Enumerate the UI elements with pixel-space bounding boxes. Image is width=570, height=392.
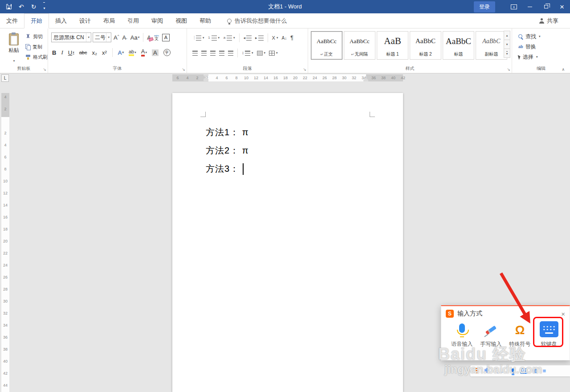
numbering-button[interactable]: 1: [207, 33, 221, 43]
format-painter-icon: [25, 54, 31, 60]
paste-clipboard-icon: [9, 33, 19, 45]
document-text[interactable]: 方法1： π 方法2： π 方法3：: [206, 123, 248, 178]
text-effects-button[interactable]: A: [117, 48, 125, 57]
cut-button[interactable]: 剪切: [25, 32, 43, 41]
style-title[interactable]: AaBbC 标题: [443, 31, 474, 60]
grow-font-button[interactable]: A^: [113, 32, 120, 42]
tab-insert[interactable]: 插入: [49, 13, 73, 28]
shading-button[interactable]: [256, 48, 267, 58]
font-size-combo[interactable]: 二号: [93, 32, 111, 42]
style-normal[interactable]: AaBbCc ↵正文: [311, 31, 342, 60]
shrink-font-button[interactable]: Aˇ: [121, 32, 128, 42]
clipboard-dialog-launcher[interactable]: [43, 68, 46, 72]
tab-references[interactable]: 引用: [121, 13, 145, 28]
character-border-button[interactable]: A: [161, 32, 171, 42]
ime-close-icon[interactable]: [561, 311, 565, 317]
save-icon[interactable]: [6, 4, 12, 9]
bullets-button[interactable]: ⋮: [191, 33, 205, 43]
menu-icon[interactable]: [543, 368, 546, 374]
borders-icon: [269, 51, 275, 56]
find-button[interactable]: 查找: [518, 32, 541, 41]
numbered-list-icon: [212, 36, 217, 40]
align-right-button[interactable]: [209, 48, 216, 58]
font-name-combo[interactable]: 思源黑体 CN: [51, 32, 91, 42]
font-name-dropdown-icon[interactable]: [86, 33, 91, 42]
style-heading-2[interactable]: AaBbC 标题 2: [410, 31, 441, 60]
bold-button[interactable]: B: [51, 48, 57, 57]
minimize-button[interactable]: [522, 0, 538, 13]
change-case-button[interactable]: Aa: [130, 32, 140, 42]
italic-button[interactable]: I: [60, 48, 64, 57]
ribbon-display-options-button[interactable]: [506, 0, 522, 13]
phonetic-guide-button[interactable]: wén 文: [153, 32, 160, 42]
select-button[interactable]: 选择: [518, 53, 538, 61]
tab-file[interactable]: 文件: [0, 13, 24, 28]
titlebar-right: 登录: [474, 0, 570, 13]
show-hide-marks-button[interactable]: ¶: [289, 33, 294, 43]
sort-button[interactable]: A↓: [281, 33, 288, 43]
paragraph-row-1: ⋮ 1 a ◂ ▸ X A↓ ¶: [191, 33, 294, 43]
encl-characters-button[interactable]: 字: [163, 48, 171, 57]
increase-indent-button[interactable]: ▸: [254, 33, 265, 43]
ribbon-tab-row: 文件 开始 插入 设计 布局 引用 审阅 视图 帮助 告诉我你想要做什么 共享: [0, 13, 570, 28]
sign-in-button[interactable]: 登录: [474, 1, 495, 12]
tab-stop-selector[interactable]: L: [1, 74, 9, 82]
styles-scroll-down-button[interactable]: [504, 40, 510, 49]
font-color-button[interactable]: A: [140, 48, 148, 57]
close-button[interactable]: [554, 0, 570, 13]
collapse-ribbon-icon[interactable]: [562, 67, 565, 72]
paste-dropdown-icon[interactable]: [13, 56, 15, 64]
paste-button[interactable]: 粘贴: [4, 32, 24, 69]
distribute-button[interactable]: [227, 48, 234, 58]
divider: [239, 33, 240, 42]
justify-button[interactable]: [218, 48, 225, 58]
strikethrough-button[interactable]: abc: [78, 48, 88, 57]
styles-more-button[interactable]: [504, 48, 510, 58]
subscript-button[interactable]: x₂: [91, 48, 98, 57]
line-spacing-button[interactable]: ↕: [241, 48, 254, 58]
tab-home[interactable]: 开始: [24, 13, 49, 28]
style-subtitle[interactable]: AaBbC 副标题: [476, 31, 507, 60]
multilevel-list-button[interactable]: a: [222, 33, 236, 43]
styles-gallery-scroll: [504, 31, 510, 58]
vertical-ruler[interactable]: 4224681012141618202224262830323436384042…: [0, 73, 11, 392]
font-group: 思源黑体 CN 二号 A^ Aˇ Aa A wén 文 A B: [48, 28, 187, 73]
asian-layout-button[interactable]: X: [271, 33, 279, 43]
replace-button[interactable]: ab 替换: [518, 42, 536, 51]
superscript-button[interactable]: x²: [101, 48, 108, 57]
character-shading-button[interactable]: A: [151, 48, 159, 57]
paragraph-dialog-launcher[interactable]: [303, 68, 306, 72]
align-left-button[interactable]: [191, 48, 199, 58]
styles-dialog-launcher[interactable]: [507, 68, 510, 72]
tab-review[interactable]: 审阅: [145, 13, 169, 28]
borders-button[interactable]: [268, 48, 279, 58]
share-button[interactable]: 共享: [539, 13, 558, 28]
tab-design[interactable]: 设计: [73, 13, 97, 28]
tell-me-box[interactable]: 告诉我你想要做什么: [227, 13, 287, 28]
format-painter-button[interactable]: 格式刷: [25, 53, 48, 61]
styles-scroll-up-button[interactable]: [504, 31, 510, 40]
clear-formatting-button[interactable]: A: [146, 32, 152, 42]
left-indent-marker[interactable]: [204, 80, 208, 82]
align-center-button[interactable]: [200, 48, 208, 58]
quick-access-toolbar: [6, 2, 45, 11]
redo-icon[interactable]: [31, 3, 37, 11]
highlight-color-button[interactable]: ab: [128, 48, 137, 57]
horizontal-ruler[interactable]: 6422468101214161820222426283032343638404…: [0, 73, 570, 82]
decrease-indent-button[interactable]: ◂: [243, 33, 253, 43]
tab-help[interactable]: 帮助: [193, 13, 217, 28]
document-page[interactable]: 方法1： π 方法2： π 方法3：: [172, 93, 403, 392]
undo-icon[interactable]: [19, 3, 24, 11]
text-line-2: 方法2： π: [206, 141, 248, 160]
tab-view[interactable]: 视图: [169, 13, 193, 28]
customize-quick-access-icon[interactable]: [43, 2, 45, 11]
editing-group: 查找 ab 替换 选择 编辑: [512, 28, 570, 73]
style-no-spacing[interactable]: AaBbCc ↵无间隔: [344, 31, 375, 60]
copy-button[interactable]: 复制: [25, 42, 42, 51]
underline-button[interactable]: U: [67, 48, 75, 57]
restore-button[interactable]: [538, 0, 554, 13]
style-heading-1[interactable]: AaB 标题 1: [377, 31, 408, 60]
tab-layout[interactable]: 布局: [97, 13, 121, 28]
font-dialog-launcher[interactable]: [182, 68, 185, 72]
font-size-dropdown-icon[interactable]: [106, 33, 111, 42]
